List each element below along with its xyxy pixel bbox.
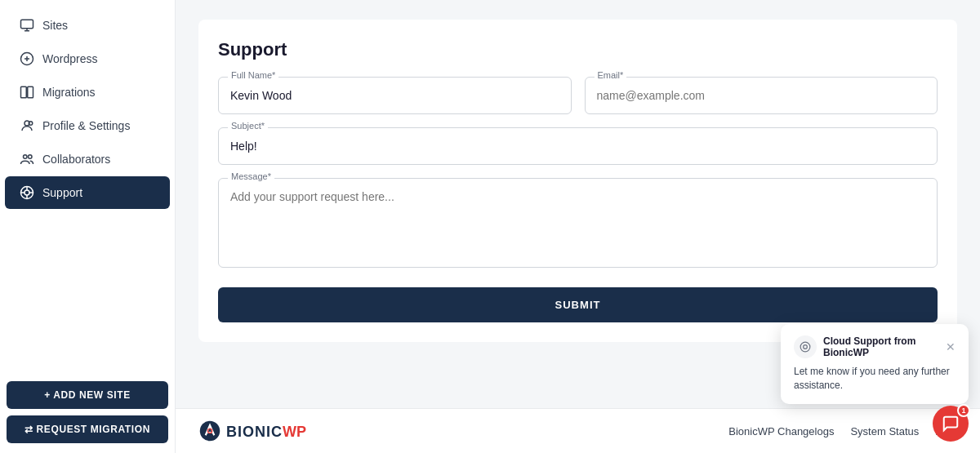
svg-point-8: [24, 155, 28, 159]
svg-point-11: [24, 190, 29, 195]
sidebar-item-label: Sites: [42, 19, 68, 32]
submit-button[interactable]: SUBMIT: [218, 287, 938, 322]
svg-rect-5: [28, 87, 33, 98]
chat-popup-header: Cloud Support from BionicWP ✕: [794, 335, 956, 358]
svg-rect-0: [21, 20, 33, 29]
form-row-1: Full Name* Email*: [218, 77, 938, 114]
profile-icon: [20, 118, 34, 133]
sidebar-item-label: Wordpress: [42, 52, 97, 65]
sidebar-item-label: Collaborators: [42, 153, 110, 166]
chat-popup-title: Cloud Support from BionicWP: [823, 335, 939, 358]
footer-link-changelogs[interactable]: BionicWP Changelogs: [728, 425, 834, 437]
svg-point-9: [29, 155, 33, 159]
sidebar-item-label: Migrations: [42, 86, 96, 99]
sidebar-bottom: + ADD NEW SITE ⇄ REQUEST MIGRATION: [0, 371, 175, 453]
sidebar: Sites Wordpress Migrations: [0, 0, 176, 453]
sidebar-item-label: Support: [42, 186, 82, 199]
subject-label: Subject*: [228, 121, 268, 131]
sidebar-item-label: Profile & Settings: [42, 119, 130, 132]
support-card: Support Full Name* Email* Subject*: [198, 20, 957, 342]
sidebar-item-sites[interactable]: Sites: [5, 9, 170, 42]
form-row-3: Message*: [218, 178, 938, 271]
subject-group: Subject*: [218, 127, 938, 165]
monitor-icon: [20, 18, 34, 33]
footer-links: BionicWP Changelogs System Status Help: [728, 425, 957, 437]
svg-point-20: [804, 345, 808, 349]
chat-close-icon[interactable]: ✕: [946, 341, 956, 353]
add-new-site-button[interactable]: + ADD NEW SITE: [7, 381, 168, 409]
sidebar-item-wordpress[interactable]: Wordpress: [5, 42, 170, 75]
form-row-2: Subject*: [218, 127, 938, 165]
chat-support-icon: [794, 335, 817, 358]
chat-popup-message: Let me know if you need any further assi…: [794, 365, 956, 393]
page-title: Support: [218, 39, 938, 60]
sidebar-item-support[interactable]: Support: [5, 176, 170, 209]
collaborators-icon: [20, 152, 34, 167]
footer-logo: BIONICWP: [198, 420, 306, 442]
message-input[interactable]: [218, 178, 938, 268]
message-label: Message*: [228, 171, 274, 181]
full-name-input[interactable]: [218, 77, 572, 114]
svg-point-7: [29, 122, 33, 126]
request-migration-button[interactable]: ⇄ REQUEST MIGRATION: [7, 415, 168, 443]
footer-link-status[interactable]: System Status: [850, 425, 919, 437]
subject-input[interactable]: [218, 127, 938, 165]
full-name-group: Full Name*: [218, 77, 572, 114]
chat-popup: Cloud Support from BionicWP ✕ Let me kno…: [781, 324, 969, 404]
svg-rect-4: [21, 87, 27, 98]
email-input[interactable]: [585, 77, 938, 114]
sidebar-item-collaborators[interactable]: Collaborators: [5, 143, 170, 175]
logo-icon: [198, 420, 221, 442]
migrations-icon: [20, 85, 34, 100]
full-name-label: Full Name*: [228, 70, 278, 80]
message-group: Message*: [218, 178, 938, 271]
chat-fab-button[interactable]: 1: [933, 406, 969, 442]
email-label: Email*: [595, 70, 627, 80]
sidebar-item-profile[interactable]: Profile & Settings: [5, 109, 170, 142]
email-group: Email*: [585, 77, 938, 114]
sidebar-item-migrations[interactable]: Migrations: [5, 76, 170, 109]
chat-fab-badge: 1: [957, 404, 970, 417]
logo-text: BIONICWP: [226, 422, 306, 441]
svg-point-19: [800, 343, 810, 353]
sidebar-nav: Sites Wordpress Migrations: [0, 0, 175, 371]
wordpress-icon: [20, 51, 34, 66]
support-icon: [20, 185, 34, 200]
footer: BIONICWP BionicWP Changelogs System Stat…: [176, 408, 980, 453]
